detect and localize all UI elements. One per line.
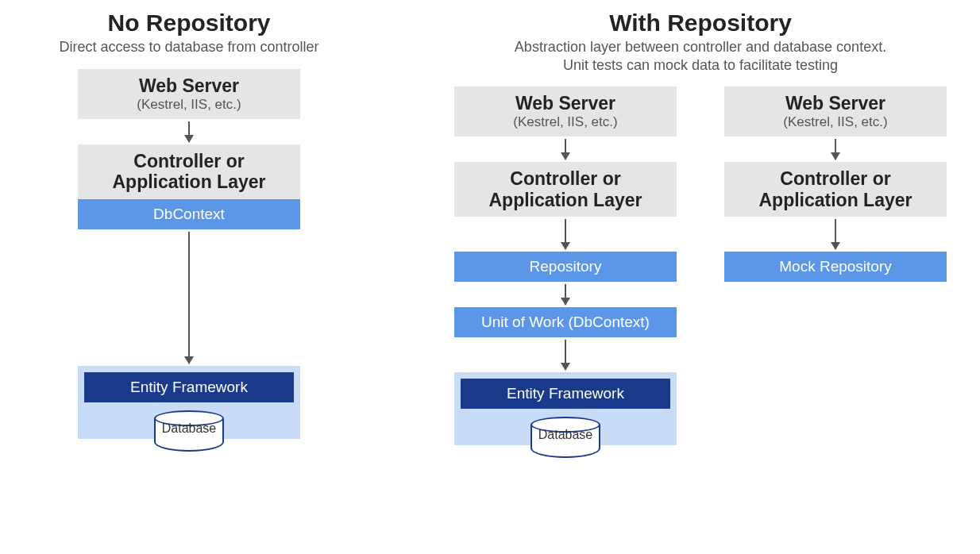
web-server-subtitle: (Kestrel, IIS, etc.) — [84, 97, 294, 113]
database-label: Database — [162, 421, 217, 436]
controller-line2: Application Layer — [461, 190, 670, 210]
left-subtitle: Direct access to database from controlle… — [59, 38, 318, 56]
left-side: No Repository Direct access to database … — [14, 8, 364, 554]
controller-line1: Controller or — [84, 151, 294, 171]
right-title: With Repository — [609, 10, 792, 37]
arrow-down-icon — [565, 340, 566, 370]
right-subtitle-line1: Abstraction layer between controller and… — [515, 39, 886, 55]
right-subtitle: Abstraction layer between controller and… — [515, 38, 886, 74]
right-column-mock: Web Server (Kestrel, IIS, etc.) Controll… — [724, 87, 947, 445]
mock-repository-box: Mock Repository — [724, 252, 947, 282]
ef-database-box: Entity Framework Database — [78, 366, 300, 439]
web-server-title: Web Server — [84, 75, 294, 96]
web-server-title: Web Server — [461, 93, 670, 113]
arrow-down-icon — [188, 232, 190, 364]
controller-box: Controller or Application Layer — [724, 162, 947, 217]
right-side: With Repository Abstraction layer betwee… — [435, 8, 966, 554]
diagram-canvas: No Repository Direct access to database … — [0, 0, 980, 554]
right-column-real: Web Server (Kestrel, IIS, etc.) Controll… — [454, 87, 677, 445]
web-server-subtitle: (Kestrel, IIS, etc.) — [731, 114, 940, 130]
controller-line1: Controller or — [731, 168, 940, 189]
right-subtitle-line2: Unit tests can mock data to facilitate t… — [563, 57, 838, 73]
arrow-down-icon — [565, 219, 566, 249]
controller-line2: Application Layer — [731, 190, 940, 210]
left-column: Web Server (Kestrel, IIS, etc.) Controll… — [78, 69, 300, 439]
database-label: Database — [538, 428, 593, 442]
arrow-down-icon — [835, 219, 836, 249]
controller-line2: Application Layer — [84, 171, 294, 192]
arrow-down-icon — [188, 121, 190, 142]
controller-box: Controller or Application Layer — [454, 162, 677, 217]
arrow-down-icon — [835, 139, 836, 160]
ef-database-box: Entity Framework Database — [454, 372, 677, 445]
web-server-box: Web Server (Kestrel, IIS, etc.) — [454, 87, 677, 137]
repository-box: Repository — [454, 252, 677, 282]
arrow-down-icon — [565, 284, 566, 305]
controller-line1: Controller or — [461, 168, 670, 189]
right-columns: Web Server (Kestrel, IIS, etc.) Controll… — [435, 87, 966, 445]
web-server-title: Web Server — [731, 93, 940, 113]
arrow-down-icon — [565, 139, 566, 160]
controller-box: Controller or Application Layer — [78, 144, 300, 199]
web-server-box: Web Server (Kestrel, IIS, etc.) — [78, 69, 300, 119]
entity-framework-label: Entity Framework — [461, 379, 670, 409]
dbcontext-box: DbContext — [78, 199, 300, 229]
left-title: No Repository — [107, 10, 270, 37]
unit-of-work-box: Unit of Work (DbContext) — [454, 307, 677, 337]
entity-framework-label: Entity Framework — [84, 372, 294, 402]
web-server-subtitle: (Kestrel, IIS, etc.) — [461, 114, 670, 130]
web-server-box: Web Server (Kestrel, IIS, etc.) — [724, 87, 947, 137]
